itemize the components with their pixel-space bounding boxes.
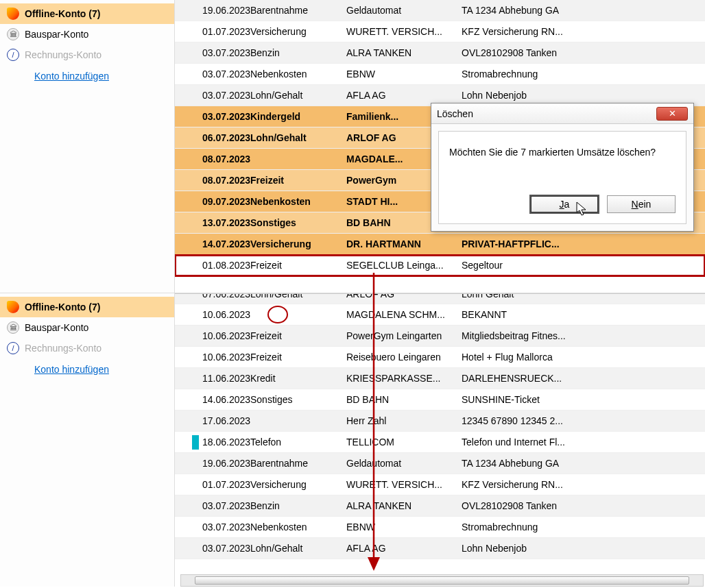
sidebar-item-label: Rechnungs-Konto (25, 343, 101, 354)
cell-cat: Benzin (250, 47, 346, 58)
table-row[interactable]: 19.06.2023BarentnahmeGeldautomatTA 1234 … (175, 0, 705, 21)
cell-date: 14.06.2023 (175, 394, 250, 405)
cell-desc: Telefon und Internet Fl... (462, 437, 705, 448)
cell-desc: SUNSHINE-Ticket (462, 394, 705, 405)
cell-payee: Reisebuero Leingaren (346, 352, 462, 363)
cell-desc: KFZ Versicherung RN... (462, 26, 705, 37)
sidebar-item-label: Rechnungs-Konto (25, 49, 101, 60)
cell-desc: Lohn Nebenjob (462, 90, 705, 101)
sidebar-item-offline[interactable]: Offline-Konto (7) (0, 3, 174, 24)
cell-cat: Freizeit (250, 260, 346, 271)
sidebar-item-offline[interactable]: Offline-Konto (7) (0, 297, 174, 317)
cell-payee: ARLOF AG (346, 293, 462, 299)
add-account-link[interactable]: Konto hinzufügen (0, 358, 109, 375)
cell-cat: Lohn/Gehalt (250, 543, 346, 554)
cell-desc: Hotel + Flug Mallorca (462, 352, 705, 363)
add-account-link[interactable]: Konto hinzufügen (0, 65, 109, 82)
cell-date: 03.07.2023 (175, 69, 250, 79)
cell-desc: PRIVAT-HAFTPFLIC... (462, 238, 705, 249)
cell-payee: WURETT. VERSICH... (346, 479, 462, 490)
cell-date: 19.06.2023 (175, 5, 250, 16)
cell-desc: Lohn Nebenjob (462, 543, 705, 554)
cell-date: 07.06.2023 (175, 293, 250, 299)
cell-date: 14.07.2023 (175, 238, 250, 249)
table-row[interactable]: 01.08.2023FreizeitSEGELCLUB Leinga...Seg… (175, 255, 705, 276)
dialog-body: Möchten Sie die 7 markierten Umsätze lös… (438, 131, 686, 224)
transactions-bottom: 07.06.2023Lohn/GehaltARLOF AGLohn Gehalt… (175, 293, 705, 587)
cell-payee: MAGDALENA SCHM... (346, 309, 462, 320)
cell-cat: Versicherung (250, 26, 346, 37)
table-row[interactable]: 10.06.2023MAGDALENA SCHM...BEKANNT (175, 304, 705, 326)
table-row[interactable]: 17.06.2023Herr Zahl12345 67890 12345 2..… (175, 411, 705, 432)
cell-cat: Kindergeld (250, 111, 346, 122)
table-row[interactable]: 14.06.2023SonstigesBD BAHNSUNSHINE-Ticke… (175, 389, 705, 411)
table-row[interactable]: 14.07.2023VersicherungDR. HARTMANNPRIVAT… (175, 234, 705, 255)
cell-date: 09.07.2023 (175, 196, 250, 207)
cell-cat: Freizeit (250, 175, 346, 186)
cell-payee: ALRA TANKEN (346, 47, 462, 58)
sidebar-item-label: Bauspar-Konto (25, 29, 88, 40)
sidebar-top: Offline-Konto (7) 🏛 Bauspar-Konto / Rech… (0, 0, 175, 293)
sidebar-item-bauspar[interactable]: 🏛 Bauspar-Konto (0, 317, 174, 338)
cell-date: 08.07.2023 (175, 154, 250, 164)
sidebar-item-rechnungs[interactable]: / Rechnungs-Konto (0, 338, 174, 358)
cell-payee: AFLA AG (346, 543, 462, 554)
close-icon[interactable]: ✕ (656, 107, 688, 121)
dialog-message: Möchten Sie die 7 markierten Umsätze lös… (449, 147, 676, 158)
table-row[interactable]: 01.07.2023VersicherungWURETT. VERSICH...… (175, 21, 705, 42)
cell-cat: Nebenkosten (250, 522, 346, 532)
cell-date: 08.07.2023 (175, 175, 250, 186)
table-row[interactable]: 18.06.2023TelefonTELLICOMTelefon und Int… (175, 432, 705, 453)
table-row[interactable]: 11.06.2023KreditKRIESSPARKASSE...DARLEHE… (175, 368, 705, 389)
cell-date: 01.08.2023 (175, 260, 250, 271)
cell-date: 03.07.2023 (175, 522, 250, 532)
no-button[interactable]: Nein (607, 195, 676, 213)
cell-cat: Kredit (250, 373, 346, 384)
table-row[interactable]: 10.06.2023FreizeitPowerGym LeingartenMit… (175, 326, 705, 347)
table-row[interactable]: 03.07.2023Lohn/GehaltAFLA AGLohn Nebenjo… (175, 538, 705, 559)
table-row[interactable]: 19.06.2023BarentnahmeGeldautomatTA 1234 … (175, 453, 705, 474)
cell-date: 13.07.2023 (175, 217, 250, 228)
cell-desc: DARLEHENSRUECK... (462, 373, 705, 384)
cell-date: 03.07.2023 (175, 47, 250, 58)
cell-cat: Lohn/Gehalt (250, 132, 346, 143)
offline-icon (7, 8, 19, 20)
yes-button[interactable]: Ja (530, 195, 599, 213)
cell-cat: Freizeit (250, 330, 346, 341)
cell-date: 06.07.2023 (175, 132, 250, 143)
cell-date: 03.07.2023 (175, 111, 250, 122)
cell-payee: BD BAHN (346, 394, 462, 405)
delete-dialog: Löschen ✕ Möchten Sie die 7 markierten U… (431, 103, 694, 232)
table-row[interactable]: 07.06.2023Lohn/GehaltARLOF AGLohn Gehalt (175, 293, 705, 304)
horizontal-scrollbar[interactable] (180, 574, 704, 587)
cell-payee: DR. HARTMANN (346, 238, 462, 249)
dialog-title: Löschen (437, 108, 473, 119)
sidebar-item-rechnungs[interactable]: / Rechnungs-Konto (0, 45, 174, 65)
cell-desc: OVL28102908 Tanken (462, 47, 705, 58)
table-row[interactable]: 03.07.2023NebenkostenEBNWStromabrechnung (175, 517, 705, 538)
sidebar-item-bauspar[interactable]: 🏛 Bauspar-Konto (0, 24, 174, 45)
cell-desc: Stromabrechnung (462, 522, 705, 532)
slash-icon: / (7, 342, 19, 354)
cell-cat: Barentnahme (250, 5, 346, 16)
dialog-titlebar[interactable]: Löschen ✕ (431, 103, 693, 124)
cell-cat: Lohn/Gehalt (250, 293, 346, 299)
cell-desc: TA 1234 Abhebung GA (462, 5, 705, 16)
cell-date: 18.06.2023 (175, 437, 250, 448)
table-row[interactable]: 03.07.2023BenzinALRA TANKENOVL28102908 T… (175, 42, 705, 64)
table-row[interactable]: 03.07.2023BenzinALRA TANKENOVL28102908 T… (175, 495, 705, 517)
sidebar-item-label: Bauspar-Konto (25, 322, 88, 333)
cell-date: 10.06.2023 (175, 352, 250, 363)
table-row[interactable]: 03.07.2023NebenkostenEBNWStromabrechnung (175, 64, 705, 85)
cell-cat: Versicherung (250, 238, 346, 249)
cell-payee: Geldautomat (346, 5, 462, 16)
cell-desc: 12345 67890 12345 2... (462, 415, 705, 426)
cell-date: 01.07.2023 (175, 26, 250, 37)
cell-payee: Geldautomat (346, 458, 462, 469)
table-row[interactable]: 10.06.2023FreizeitReisebuero LeingarenHo… (175, 347, 705, 368)
cell-cat: Sonstiges (250, 394, 346, 405)
bank-icon: 🏛 (7, 321, 19, 334)
scrollbar-thumb[interactable] (195, 576, 689, 585)
table-row[interactable]: 01.07.2023VersicherungWURETT. VERSICH...… (175, 474, 705, 495)
cell-payee: WURETT. VERSICH... (346, 26, 462, 37)
